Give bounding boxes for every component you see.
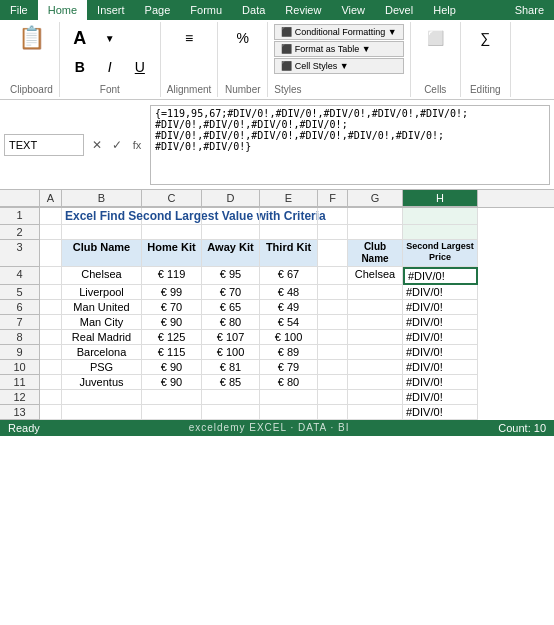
tab-data[interactable]: Data xyxy=(232,0,275,20)
cell-styles-button[interactable]: ⬛ Cell Styles ▼ xyxy=(274,58,403,74)
cell-a4[interactable] xyxy=(40,267,62,285)
cell-c7[interactable]: € 90 xyxy=(142,315,202,330)
bold-button[interactable]: B xyxy=(66,53,94,81)
cell-b1[interactable]: Excel Find Second Largest Value with Cri… xyxy=(62,208,142,225)
cell-h8[interactable]: #DIV/0! xyxy=(403,330,478,345)
insert-function-button[interactable]: fx xyxy=(128,134,146,156)
cell-a13[interactable] xyxy=(40,405,62,420)
cell-d10[interactable]: € 81 xyxy=(202,360,260,375)
cell-a12[interactable] xyxy=(40,390,62,405)
cell-f6[interactable] xyxy=(318,300,348,315)
cell-c6[interactable]: € 70 xyxy=(142,300,202,315)
cell-g1[interactable] xyxy=(348,208,403,225)
cell-f1[interactable] xyxy=(318,208,348,225)
cell-h1[interactable] xyxy=(403,208,478,225)
alignment-icon[interactable]: ≡ xyxy=(175,24,203,52)
cell-c12[interactable] xyxy=(142,390,202,405)
cell-f9[interactable] xyxy=(318,345,348,360)
italic-button[interactable]: I xyxy=(96,53,124,81)
cell-b8[interactable]: Real Madrid xyxy=(62,330,142,345)
tab-file[interactable]: File xyxy=(0,0,38,20)
cell-c11[interactable]: € 90 xyxy=(142,375,202,390)
cell-g11[interactable] xyxy=(348,375,403,390)
cell-c8[interactable]: € 125 xyxy=(142,330,202,345)
cell-h3[interactable]: Second Largest Price xyxy=(403,240,478,267)
cell-b2[interactable] xyxy=(62,225,142,240)
cell-a7[interactable] xyxy=(40,315,62,330)
cell-c13[interactable] xyxy=(142,405,202,420)
cell-e8[interactable]: € 100 xyxy=(260,330,318,345)
cell-a5[interactable] xyxy=(40,285,62,300)
cell-h10[interactable]: #DIV/0! xyxy=(403,360,478,375)
cell-a6[interactable] xyxy=(40,300,62,315)
cell-b12[interactable] xyxy=(62,390,142,405)
cell-b5[interactable]: Liverpool xyxy=(62,285,142,300)
cell-d7[interactable]: € 80 xyxy=(202,315,260,330)
cell-a3[interactable] xyxy=(40,240,62,267)
cell-g3[interactable]: Club Name xyxy=(348,240,403,267)
cell-g6[interactable] xyxy=(348,300,403,315)
cell-c3[interactable]: Home Kit xyxy=(142,240,202,267)
cell-e6[interactable]: € 49 xyxy=(260,300,318,315)
tab-home[interactable]: Home xyxy=(38,0,87,20)
cell-g12[interactable] xyxy=(348,390,403,405)
tab-insert[interactable]: Insert xyxy=(87,0,135,20)
cell-f5[interactable] xyxy=(318,285,348,300)
col-header-a[interactable]: A xyxy=(40,190,62,207)
cell-g2[interactable] xyxy=(348,225,403,240)
formula-input[interactable]: {=119,95,67;#DIV/0!,#DIV/0!,#DIV/0!,#DIV… xyxy=(150,105,550,185)
tab-page[interactable]: Page xyxy=(135,0,181,20)
underline-button[interactable]: U xyxy=(126,53,154,81)
cell-f13[interactable] xyxy=(318,405,348,420)
col-header-h[interactable]: H xyxy=(403,190,478,207)
cell-c1[interactable] xyxy=(142,208,202,225)
cell-d2[interactable] xyxy=(202,225,260,240)
cell-b3[interactable]: Club Name xyxy=(62,240,142,267)
cell-f10[interactable] xyxy=(318,360,348,375)
cell-d3[interactable]: Away Kit xyxy=(202,240,260,267)
cells-icon[interactable]: ⬜ xyxy=(421,24,449,52)
col-header-d[interactable]: D xyxy=(202,190,260,207)
cell-h2[interactable] xyxy=(403,225,478,240)
col-header-c[interactable]: C xyxy=(142,190,202,207)
col-header-e[interactable]: E xyxy=(260,190,318,207)
cell-f2[interactable] xyxy=(318,225,348,240)
cell-e1[interactable] xyxy=(260,208,318,225)
cell-b4[interactable]: Chelsea xyxy=(62,267,142,285)
cell-d5[interactable]: € 70 xyxy=(202,285,260,300)
cell-c5[interactable]: € 99 xyxy=(142,285,202,300)
cell-d4[interactable]: € 95 xyxy=(202,267,260,285)
cell-g5[interactable] xyxy=(348,285,403,300)
cell-e11[interactable]: € 80 xyxy=(260,375,318,390)
cell-b13[interactable] xyxy=(62,405,142,420)
name-box[interactable] xyxy=(4,134,84,156)
cell-e3[interactable]: Third Kit xyxy=(260,240,318,267)
cell-e4[interactable]: € 67 xyxy=(260,267,318,285)
cell-h7[interactable]: #DIV/0! xyxy=(403,315,478,330)
clipboard-icon[interactable]: 📋 xyxy=(17,24,45,52)
cell-d11[interactable]: € 85 xyxy=(202,375,260,390)
cell-h13[interactable]: #DIV/0! xyxy=(403,405,478,420)
cell-f4[interactable] xyxy=(318,267,348,285)
cell-g9[interactable] xyxy=(348,345,403,360)
cell-d8[interactable]: € 107 xyxy=(202,330,260,345)
tab-share[interactable]: Share xyxy=(505,0,554,20)
cell-c10[interactable]: € 90 xyxy=(142,360,202,375)
cell-g4[interactable]: Chelsea xyxy=(348,267,403,285)
cell-e7[interactable]: € 54 xyxy=(260,315,318,330)
cell-a8[interactable] xyxy=(40,330,62,345)
font-dropdown[interactable]: ▼ xyxy=(96,24,124,52)
tab-formu[interactable]: Formu xyxy=(180,0,232,20)
cell-e13[interactable] xyxy=(260,405,318,420)
bold-icon[interactable]: A xyxy=(66,24,94,52)
cell-e2[interactable] xyxy=(260,225,318,240)
cell-h5[interactable]: #DIV/0! xyxy=(403,285,478,300)
cell-a9[interactable] xyxy=(40,345,62,360)
tab-view[interactable]: View xyxy=(331,0,375,20)
cell-d13[interactable] xyxy=(202,405,260,420)
cell-f12[interactable] xyxy=(318,390,348,405)
cell-f8[interactable] xyxy=(318,330,348,345)
cell-d9[interactable]: € 100 xyxy=(202,345,260,360)
col-header-f[interactable]: F xyxy=(318,190,348,207)
cell-c2[interactable] xyxy=(142,225,202,240)
